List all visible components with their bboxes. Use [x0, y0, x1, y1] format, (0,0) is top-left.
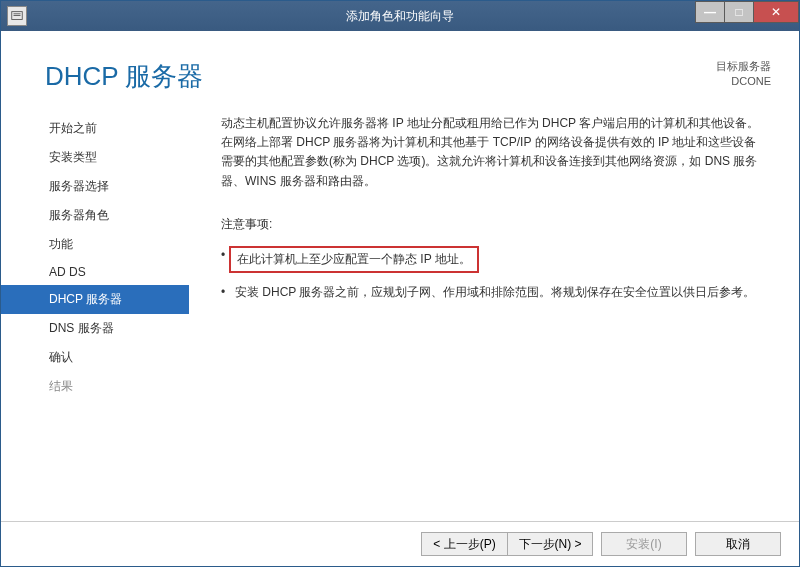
sidebar-item-dhcp[interactable]: DHCP 服务器	[1, 285, 189, 314]
sidebar-item-dns[interactable]: DNS 服务器	[1, 314, 189, 343]
notice-list: 在此计算机上至少应配置一个静态 IP 地址。 安装 DHCP 服务器之前，应规划…	[221, 246, 767, 302]
next-button[interactable]: 下一步(N) >	[507, 532, 593, 556]
body-row: 开始之前 安装类型 服务器选择 服务器角色 功能 AD DS DHCP 服务器 …	[1, 110, 799, 521]
highlighted-notice: 在此计算机上至少应配置一个静态 IP 地址。	[229, 246, 479, 273]
sidebar: 开始之前 安装类型 服务器选择 服务器角色 功能 AD DS DHCP 服务器 …	[1, 110, 189, 521]
titlebar-title: 添加角色和功能向导	[1, 8, 799, 25]
cancel-button[interactable]: 取消	[695, 532, 781, 556]
sidebar-item-features[interactable]: 功能	[1, 230, 189, 259]
main-panel: 动态主机配置协议允许服务器将 IP 地址分配或租用给已作为 DHCP 客户端启用…	[189, 110, 771, 521]
target-label: 目标服务器	[716, 59, 771, 74]
sidebar-item-confirm[interactable]: 确认	[1, 343, 189, 372]
header-row: DHCP 服务器 目标服务器 DCONE	[1, 31, 799, 110]
content-area: DHCP 服务器 目标服务器 DCONE 开始之前 安装类型 服务器选择 服务器…	[1, 31, 799, 566]
page-title: DHCP 服务器	[45, 59, 203, 94]
sidebar-item-adds[interactable]: AD DS	[1, 259, 189, 285]
notice-text: 安装 DHCP 服务器之前，应规划子网、作用域和排除范围。将规划保存在安全位置以…	[235, 285, 755, 299]
wizard-window: 添加角色和功能向导 — □ ✕ DHCP 服务器 目标服务器 DCONE 开始之…	[0, 0, 800, 567]
nav-button-pair: < 上一步(P) 下一步(N) >	[421, 532, 593, 556]
titlebar: 添加角色和功能向导 — □ ✕	[1, 1, 799, 31]
previous-button[interactable]: < 上一步(P)	[421, 532, 507, 556]
footer: < 上一步(P) 下一步(N) > 安装(I) 取消	[1, 521, 799, 566]
sidebar-item-server-roles[interactable]: 服务器角色	[1, 201, 189, 230]
list-item: 在此计算机上至少应配置一个静态 IP 地址。	[221, 246, 767, 273]
sidebar-item-results: 结果	[1, 372, 189, 401]
sidebar-item-server-select[interactable]: 服务器选择	[1, 172, 189, 201]
target-value: DCONE	[716, 74, 771, 89]
sidebar-item-begin[interactable]: 开始之前	[1, 114, 189, 143]
list-item: 安装 DHCP 服务器之前，应规划子网、作用域和排除范围。将规划保存在安全位置以…	[221, 283, 767, 302]
notice-label: 注意事项:	[221, 215, 767, 234]
install-button: 安装(I)	[601, 532, 687, 556]
description-text: 动态主机配置协议允许服务器将 IP 地址分配或租用给已作为 DHCP 客户端启用…	[221, 114, 767, 191]
target-server-box: 目标服务器 DCONE	[716, 59, 771, 89]
sidebar-item-install-type[interactable]: 安装类型	[1, 143, 189, 172]
